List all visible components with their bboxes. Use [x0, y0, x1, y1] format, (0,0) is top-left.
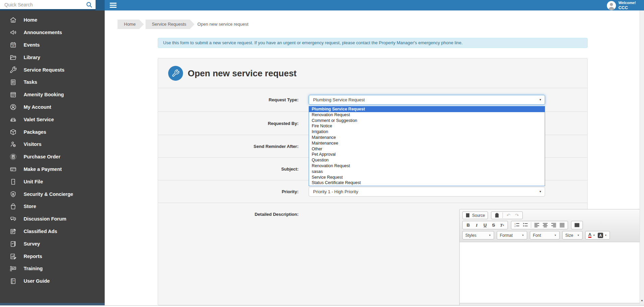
image-icon: [574, 223, 579, 228]
size-dropdown[interactable]: Size ▼: [562, 231, 583, 239]
align-center-button[interactable]: [541, 222, 549, 229]
shopping-bag-icon: [9, 203, 17, 210]
sidebar-bottom-edge: [0, 303, 105, 305]
font-dropdown-label: Font: [533, 233, 541, 238]
sidebar-item-discussion-forum[interactable]: Discussion Forum: [0, 213, 105, 225]
priority-select[interactable]: Priority 1 - High Priority ▼: [309, 187, 545, 197]
sidebar-item-make-a-payment[interactable]: Make a Payment: [0, 163, 105, 176]
sidebar-item-reports[interactable]: Reports: [0, 250, 105, 262]
paste-icon: [494, 213, 499, 218]
sidebar-item-label: Valet Service: [24, 117, 54, 122]
user-menu[interactable]: Welcome! CCC: [607, 1, 636, 10]
chevron-down-icon: ▼: [522, 234, 524, 236]
sidebar-item-label: Visitors: [24, 142, 42, 147]
sidebar-item-unit-file[interactable]: Unit File: [0, 175, 105, 188]
breadcrumb-service-requests[interactable]: Service Requests: [146, 20, 190, 29]
numbered-list-icon: 12: [514, 223, 519, 228]
guide-book-icon: ?: [9, 277, 17, 285]
sidebar-item-survey[interactable]: Survey: [0, 237, 105, 250]
top-bar: Welcome! CCC: [0, 0, 644, 10]
remove-format-button[interactable]: Tx: [498, 222, 506, 229]
search-icon[interactable]: [85, 1, 93, 8]
calendar-icon: 24: [9, 41, 17, 49]
underline-button[interactable]: U: [481, 222, 489, 229]
editor-content-area[interactable]: [460, 242, 644, 303]
sidebar-item-library[interactable]: Library: [0, 51, 105, 63]
breadcrumb-current: Open new service request: [196, 20, 249, 29]
sidebar-item-label: Amenity Booking: [24, 92, 64, 97]
request-type-select[interactable]: Plumbing Service Request ▼: [309, 95, 545, 105]
strikethrough-button[interactable]: S: [489, 222, 498, 229]
request-type-option[interactable]: Other: [309, 146, 545, 152]
redo-icon: ↷: [515, 213, 519, 218]
request-type-option[interactable]: Renovation Request: [309, 163, 545, 169]
chevron-down-icon: ▼: [593, 234, 595, 236]
chevron-down-icon: ▼: [539, 187, 542, 196]
italic-button[interactable]: I: [472, 222, 481, 229]
sidebar-item-store[interactable]: Store: [0, 200, 105, 213]
chevron-down-icon: ▼: [577, 234, 579, 236]
request-type-option[interactable]: Service Request: [309, 175, 545, 180]
sidebar-item-security-concierge[interactable]: Security & Concierge: [0, 188, 105, 200]
sidebar-item-label: Survey: [24, 241, 40, 247]
report-chart-icon: [9, 253, 17, 260]
sidebar-item-valet-service[interactable]: Valet Service: [0, 113, 105, 126]
sidebar-item-packages[interactable]: Packages: [0, 126, 105, 138]
credit-card-icon: [9, 165, 17, 173]
sidebar-item-events[interactable]: 24 Events: [0, 39, 105, 51]
request-type-option[interactable]: Comment or Suggestion: [309, 118, 545, 124]
sidebar-item-purchase-order[interactable]: PO Purchase Order: [0, 151, 105, 163]
sidebar-item-user-guide[interactable]: ? User Guide: [0, 275, 105, 287]
search-input[interactable]: [0, 0, 83, 9]
request-type-option[interactable]: Maintenancee: [309, 140, 545, 146]
text-color-button[interactable]: A ▼: [587, 232, 596, 239]
request-type-option[interactable]: Irrigation: [309, 129, 545, 135]
visitor-badge-icon: P: [9, 140, 17, 148]
request-type-option[interactable]: Maintenance: [309, 135, 545, 140]
sidebar-item-training[interactable]: Training: [0, 262, 105, 275]
info-banner: Use this form to submit a new service re…: [158, 38, 588, 48]
sidebar-item-service-requests[interactable]: Service Requests: [0, 63, 105, 76]
undo-button[interactable]: ↶: [504, 212, 513, 219]
sidebar-item-classified-ads[interactable]: Classified Ads: [0, 225, 105, 238]
source-icon: [465, 213, 470, 218]
font-dropdown[interactable]: Font ▼: [530, 231, 560, 239]
sidebar-item-label: Service Requests: [24, 67, 65, 73]
vertical-scrollbar[interactable]: ▼: [640, 10, 644, 304]
shield-icon: [9, 190, 17, 198]
sidebar-item-announcements[interactable]: Announcements: [0, 26, 105, 39]
checklist-icon: [9, 78, 17, 86]
breadcrumb-home[interactable]: Home: [118, 20, 139, 29]
sidebar-item-label: Tasks: [24, 79, 37, 85]
sidebar-item-my-account[interactable]: My Account: [0, 101, 105, 113]
bulleted-list-button[interactable]: [521, 222, 530, 229]
scroll-down-arrow[interactable]: ▼: [640, 299, 644, 302]
justify-button[interactable]: [558, 222, 566, 229]
styles-dropdown-label: Styles: [465, 233, 476, 238]
sidebar-item-home[interactable]: Home: [0, 14, 105, 26]
paste-button[interactable]: [493, 212, 501, 219]
redo-button[interactable]: ↷: [513, 212, 521, 219]
source-button[interactable]: Source: [464, 212, 486, 219]
menu-icon[interactable]: [110, 3, 117, 8]
sidebar-item-tasks[interactable]: Tasks: [0, 76, 105, 88]
sidebar-item-amenity-booking[interactable]: Amenity Booking: [0, 88, 105, 101]
request-type-option[interactable]: Plumbing Service Request: [309, 106, 545, 112]
sidebar-item-visitors[interactable]: P Visitors: [0, 138, 105, 151]
request-type-option[interactable]: Status Certificate Request: [309, 180, 545, 186]
detailed-description-label: Detailed Description:: [158, 203, 309, 306]
styles-dropdown[interactable]: Styles ▼: [462, 231, 494, 239]
align-right-button[interactable]: [549, 222, 558, 229]
request-type-option[interactable]: Pet Approval: [309, 152, 545, 157]
format-dropdown[interactable]: Format ▼: [497, 231, 527, 239]
background-color-button[interactable]: A ▼: [596, 232, 608, 239]
insert-image-button[interactable]: [573, 222, 581, 229]
request-type-option[interactable]: sasas: [309, 169, 545, 175]
numbered-list-button[interactable]: 12: [513, 222, 521, 229]
request-type-option[interactable]: Fire Notice: [309, 123, 545, 129]
request-type-option[interactable]: Renovation Request: [309, 112, 545, 118]
request-type-option[interactable]: Question: [309, 157, 545, 163]
purchase-order-icon: PO: [9, 153, 17, 160]
align-left-button[interactable]: [533, 222, 541, 229]
bold-button[interactable]: B: [464, 222, 472, 229]
